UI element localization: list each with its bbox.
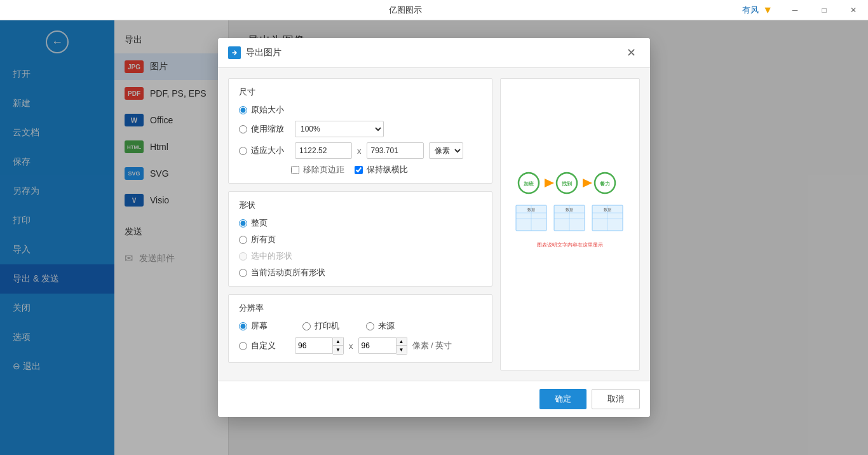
titlebar: 亿图图示 有风 ▼ ─ □ ✕ <box>0 0 868 20</box>
shape-allpages-radio[interactable] <box>239 236 247 244</box>
shape-active-row: 当前活动页所有形状 <box>239 267 482 278</box>
app-title: 亿图图示 <box>76 4 735 16</box>
minimize-button[interactable]: ─ <box>780 0 810 20</box>
svg-text:加班: 加班 <box>523 181 534 187</box>
custom-width-up[interactable]: ▲ <box>333 337 343 346</box>
custom-width-spinner-btns: ▲ ▼ <box>333 337 344 355</box>
size-original-row: 原始大小 <box>239 104 482 116</box>
size-section: 尺寸 原始大小 使用缩放 100% 50% 75% <box>228 78 492 184</box>
height-input[interactable] <box>367 142 424 159</box>
preview-diagram: 加班 找到 餐力 数据 <box>510 161 630 288</box>
export-dialog: 导出图片 ✕ 尺寸 原始大小 使用缩放 <box>218 38 650 417</box>
resolution-custom-radio[interactable] <box>239 342 247 350</box>
custom-height-spinner-btns: ▲ ▼ <box>397 337 407 355</box>
resolution-unit-label: 像素 / 英寸 <box>412 340 452 351</box>
resolution-source-radio[interactable] <box>366 322 374 330</box>
resolution-options-row: 屏幕 打印机 来源 <box>239 320 482 332</box>
size-section-title: 尺寸 <box>239 86 482 98</box>
size-fit-radio[interactable] <box>239 147 247 155</box>
resolution-screen-radio[interactable] <box>239 322 247 330</box>
dialog-close-button[interactable]: ✕ <box>623 44 640 61</box>
custom-height-down[interactable]: ▼ <box>397 346 407 354</box>
keep-ratio-label[interactable]: 保持纵横比 <box>355 164 408 175</box>
svg-text:数据: 数据 <box>604 208 611 212</box>
shape-section: 形状 整页 所有页 选中的形状 <box>228 191 492 287</box>
x-separator: x <box>357 146 362 156</box>
resolution-section-title: 分辨率 <box>239 302 482 314</box>
window-controls: ─ □ ✕ <box>780 0 868 20</box>
unit-select[interactable]: 像素 mm cm 英寸 <box>429 142 463 159</box>
size-scale-row: 使用缩放 100% 50% 75% 150% 200% <box>239 121 482 137</box>
maximize-button[interactable]: □ <box>810 0 839 20</box>
width-input[interactable] <box>295 142 352 159</box>
resolution-custom-label[interactable]: 自定义 <box>239 340 290 351</box>
export-icon <box>230 48 239 57</box>
svg-text:餐力: 餐力 <box>600 181 610 187</box>
svg-text:数据: 数据 <box>527 208 535 212</box>
resolution-printer-label[interactable]: 打印机 <box>302 320 353 332</box>
preview-panel: 加班 找到 餐力 数据 <box>500 78 640 370</box>
shape-allpages-row: 所有页 <box>239 234 482 245</box>
dialog-body: 尺寸 原始大小 使用缩放 100% 50% 75% <box>218 68 650 381</box>
shape-active-label[interactable]: 当前活动页所有形状 <box>239 267 325 278</box>
scale-select[interactable]: 100% 50% 75% 150% 200% <box>295 121 384 137</box>
resolution-screen-label[interactable]: 屏幕 <box>239 320 290 332</box>
dialog-footer: 确定 取消 <box>218 381 650 417</box>
size-fit-label[interactable]: 适应大小 <box>239 145 290 156</box>
size-original-label[interactable]: 原始大小 <box>239 104 290 116</box>
size-original-radio[interactable] <box>239 106 247 114</box>
custom-width-input[interactable] <box>295 337 333 354</box>
size-scale-radio[interactable] <box>239 125 247 133</box>
preview-content: 加班 找到 餐力 数据 <box>501 79 639 370</box>
dialog-header: 导出图片 ✕ <box>218 38 650 68</box>
resolution-source-label[interactable]: 来源 <box>366 320 417 332</box>
dialog-icon <box>228 46 241 59</box>
custom-height-spinner: ▲ ▼ <box>358 337 407 355</box>
custom-height-input[interactable] <box>358 337 397 354</box>
resolution-printer-radio[interactable] <box>302 322 311 330</box>
custom-x-separator: x <box>349 341 353 351</box>
svg-text:找到: 找到 <box>561 181 572 187</box>
shape-fullpage-label[interactable]: 整页 <box>239 217 290 229</box>
user-info: 有风 ▼ <box>735 4 780 16</box>
size-fit-row: 适应大小 x 像素 mm cm 英寸 <box>239 142 482 159</box>
shape-selected-radio <box>239 252 247 261</box>
shape-section-title: 形状 <box>239 200 482 211</box>
size-scale-label[interactable]: 使用缩放 <box>239 123 290 135</box>
shape-fullpage-row: 整页 <box>239 217 482 229</box>
keep-ratio-checkbox[interactable] <box>355 166 363 174</box>
dialog-title: 导出图片 <box>228 46 281 59</box>
remove-margin-checkbox[interactable] <box>291 166 299 174</box>
custom-width-down[interactable]: ▼ <box>333 346 343 354</box>
svg-text:图表说明文字内容在这里显示: 图表说明文字内容在这里显示 <box>537 242 603 248</box>
dialog-left: 尺寸 原始大小 使用缩放 100% 50% 75% <box>228 78 492 370</box>
shape-selected-label: 选中的形状 <box>239 250 292 262</box>
cancel-button[interactable]: 取消 <box>592 389 640 409</box>
shape-selected-row: 选中的形状 <box>239 250 482 262</box>
remove-margin-label[interactable]: 移除页边距 <box>291 164 344 175</box>
custom-height-up[interactable]: ▲ <box>397 337 407 346</box>
resolution-custom-row: 自定义 ▲ ▼ x ▲ ▼ <box>239 337 482 355</box>
svg-text:数据: 数据 <box>566 208 573 212</box>
size-options-row: 移除页边距 保持纵横比 <box>239 164 482 175</box>
svg-marker-6 <box>583 179 592 187</box>
shape-active-radio[interactable] <box>239 269 247 277</box>
resolution-section: 分辨率 屏幕 打印机 来源 <box>228 294 492 363</box>
custom-width-spinner: ▲ ▼ <box>295 337 344 355</box>
close-button[interactable]: ✕ <box>839 0 868 20</box>
svg-marker-3 <box>545 179 554 187</box>
user-avatar-icon: ▼ <box>763 4 773 16</box>
shape-allpages-label[interactable]: 所有页 <box>239 234 290 245</box>
confirm-button[interactable]: 确定 <box>539 389 587 409</box>
shape-fullpage-radio[interactable] <box>239 219 247 228</box>
